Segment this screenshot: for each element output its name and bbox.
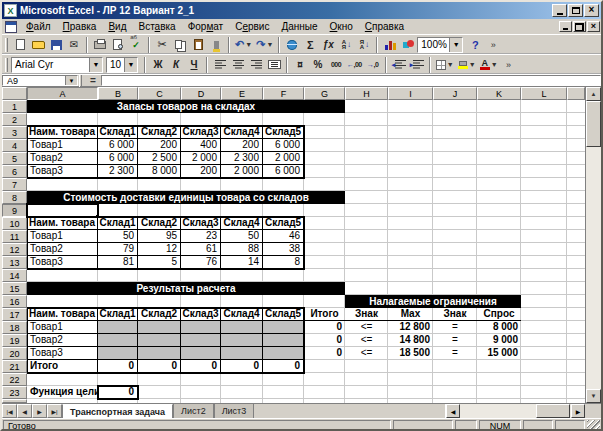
row-header-5[interactable]: 5 (2, 152, 27, 165)
align-right-icon[interactable] (247, 56, 265, 74)
menu-вид[interactable]: Вид (102, 20, 132, 33)
col-header-C[interactable]: C (138, 87, 181, 100)
menu-правка[interactable]: Правка (57, 20, 103, 33)
row-header-8[interactable]: 8 (2, 191, 27, 204)
cell-G20[interactable]: 0 (304, 347, 345, 360)
open-icon[interactable] (29, 36, 47, 54)
cell-A5[interactable]: Товар2 (27, 152, 98, 165)
font-size-select[interactable]: 10▼ (106, 57, 138, 73)
formula-input[interactable] (101, 75, 601, 86)
cell-K20[interactable]: 15 000 (477, 347, 521, 360)
cell-C20[interactable] (138, 347, 181, 360)
menu-сервис[interactable]: Сервис (229, 20, 275, 33)
cell-C4[interactable]: 200 (138, 139, 181, 152)
row-header-21[interactable]: 21 (2, 360, 27, 373)
row-header-partial[interactable] (2, 399, 27, 403)
sheet-tab-транспортная-задача[interactable]: Транспортная задача (62, 404, 173, 418)
zoom-select[interactable]: 100%▼ (417, 37, 463, 53)
cell-J18[interactable]: = (433, 321, 477, 334)
hyperlink-icon[interactable] (283, 36, 301, 54)
cell-E12[interactable]: 88 (221, 243, 263, 256)
cell-A18[interactable]: Товар1 (27, 321, 98, 334)
workbook-restore-button[interactable] (573, 21, 586, 32)
col-header-F[interactable]: F (263, 87, 304, 100)
row-header-11[interactable]: 11 (2, 230, 27, 243)
col-header-L[interactable]: L (521, 87, 567, 100)
minimize-button[interactable] (552, 4, 567, 17)
row-header-12[interactable]: 12 (2, 243, 27, 256)
menu-данные[interactable]: Данные (275, 20, 323, 33)
cell-B17[interactable]: Склад1 (98, 308, 138, 321)
menu-вставка[interactable]: Вставка (132, 20, 181, 33)
row-header-3[interactable]: 3 (2, 126, 27, 139)
horizontal-scroll-thumb[interactable] (536, 404, 570, 418)
cell-B4[interactable]: 6 000 (98, 139, 138, 152)
cell-F13[interactable]: 8 (263, 256, 304, 269)
name-box[interactable]: A9 ▼ (2, 75, 78, 86)
resize-grip[interactable] (587, 420, 600, 431)
thousands-icon[interactable]: 000 (327, 56, 345, 74)
vertical-scroll-thumb[interactable] (586, 101, 601, 147)
cell-A11[interactable]: Товар1 (27, 230, 98, 243)
cell-A13[interactable]: Товар3 (27, 256, 98, 269)
increase-decimal-icon[interactable]: ←,00 (345, 56, 364, 74)
new-document-icon[interactable] (11, 36, 29, 54)
undo-icon[interactable]: ↶▼ (233, 36, 254, 54)
cell-G18[interactable]: 0 (304, 321, 345, 334)
autosum-icon[interactable]: Σ (301, 36, 319, 54)
cell-E5[interactable]: 2 300 (221, 152, 263, 165)
cell-K19[interactable]: 9 000 (477, 334, 521, 347)
first-sheet-button[interactable]: |◀ (2, 404, 17, 418)
col-header-partial[interactable] (567, 87, 585, 100)
cell-H17[interactable]: Знак (345, 308, 388, 321)
workbook-minimize-button[interactable] (559, 21, 572, 32)
toolbar-options-icon[interactable]: » (500, 56, 518, 74)
cell-E10[interactable]: Склад4 (221, 217, 263, 230)
cell-B6[interactable]: 2 300 (98, 165, 138, 178)
workbook-icon[interactable] (5, 21, 17, 33)
cell-B3[interactable]: Склад1 (98, 126, 138, 139)
cell-I20[interactable]: 18 500 (388, 347, 433, 360)
row-header-22[interactable]: 22 (2, 373, 27, 386)
cell-D4[interactable]: 400 (181, 139, 221, 152)
col-header-I[interactable]: I (388, 87, 433, 100)
row-header-7[interactable]: 7 (2, 178, 27, 191)
last-sheet-button[interactable]: ▶| (47, 404, 62, 418)
row-header-23[interactable]: 23 (2, 386, 27, 399)
cell-E3[interactable]: Склад4 (221, 126, 263, 139)
cell-A20[interactable]: Товар3 (27, 347, 98, 360)
email-icon[interactable]: ✉ (65, 36, 83, 54)
menu-формат[interactable]: Формат (182, 20, 230, 33)
percent-icon[interactable]: % (309, 56, 327, 74)
scroll-down-icon[interactable]: ▼ (586, 389, 601, 403)
previous-sheet-button[interactable]: ◀ (17, 404, 32, 418)
select-all-corner[interactable] (2, 87, 27, 100)
col-header-D[interactable]: D (181, 87, 221, 100)
cell-E20[interactable] (221, 347, 263, 360)
cell-F18[interactable] (263, 321, 304, 334)
cell-J20[interactable]: = (433, 347, 477, 360)
cell-D20[interactable] (181, 347, 221, 360)
cell-B12[interactable]: 79 (98, 243, 138, 256)
cell-C3[interactable]: Склад2 (138, 126, 181, 139)
cell-B10[interactable]: Склад1 (98, 217, 138, 230)
cell-D11[interactable]: 23 (181, 230, 221, 243)
cell-F4[interactable]: 6 000 (263, 139, 304, 152)
cell-B23[interactable]: 0 (98, 386, 138, 399)
col-header-B[interactable]: B (98, 87, 138, 100)
cell-C17[interactable]: Склад2 (138, 308, 181, 321)
cell-E18[interactable] (221, 321, 263, 334)
cell-D13[interactable]: 76 (181, 256, 221, 269)
menu-окно[interactable]: Окно (324, 20, 359, 33)
cell-B5[interactable]: 6 000 (98, 152, 138, 165)
cell-C21[interactable]: 0 (138, 360, 181, 373)
close-button[interactable]: × (584, 4, 599, 17)
col-header-K[interactable]: K (477, 87, 521, 100)
sheet-tab-лист3[interactable]: Лист3 (214, 404, 255, 418)
horizontal-scrollbar[interactable]: ◀ ▶ (445, 404, 585, 418)
cell-H20[interactable]: <= (345, 347, 388, 360)
cell-E17[interactable]: Склад4 (221, 308, 263, 321)
cell-A19[interactable]: Товар2 (27, 334, 98, 347)
cell-D3[interactable]: Склад3 (181, 126, 221, 139)
drawing-icon[interactable] (399, 36, 417, 54)
